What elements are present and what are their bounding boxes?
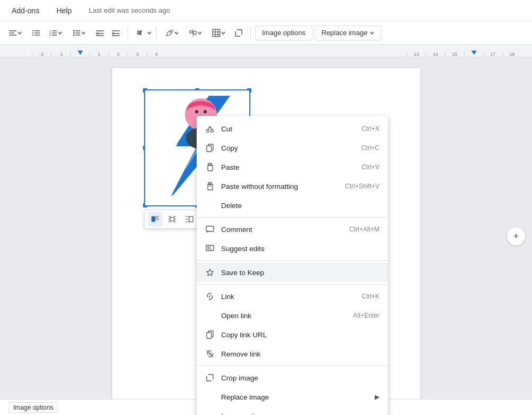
context-menu-delete[interactable]: Delete [197,196,388,215]
toolbar-group-indent [92,26,123,40]
menu-bar: Add-ons Help Last edit was seconds ago [0,0,532,21]
context-menu-replace-label: Replace image [221,393,368,401]
svg-rect-80 [207,333,212,338]
svg-point-64 [211,130,214,132]
copy-icon [205,143,215,153]
context-menu-paste-no-format-label: Paste without formatting [221,182,339,190]
svg-rect-48 [170,218,174,221]
numbered-list-button[interactable]: 1.2.3. [45,26,67,40]
context-menu-delete-label: Delete [221,202,379,210]
inline-align-left-button[interactable] [148,212,163,227]
toolbar-separator-2 [156,27,157,39]
context-menu-open-link-label: Open link [221,312,347,320]
svg-rect-55 [189,217,193,222]
context-menu-replace[interactable]: Replace image ▶ [197,387,388,406]
image-options-bottom-button[interactable]: Image options [9,402,58,413]
svg-point-42 [195,110,198,113]
align-obj-button[interactable] [184,26,207,40]
svg-rect-68 [207,146,212,152]
float-add-button[interactable]: + [506,227,526,246]
remove-link-icon [205,349,215,359]
last-edit-status: Last edit was seconds ago [86,5,173,15]
context-menu-separator-3 [197,284,388,285]
svg-point-15 [73,30,75,31]
context-menu-image-options[interactable]: Image options [197,406,388,415]
svg-rect-29 [190,31,192,33]
language-button[interactable]: अ [132,26,146,40]
keep-icon [205,268,215,277]
context-menu-copy-label: Copy [221,144,355,152]
context-menu-copy-shortcut: Ctrl+C [361,144,379,152]
align-button[interactable] [4,26,27,40]
svg-point-63 [207,130,209,132]
indent-more-button[interactable] [108,26,123,40]
image-options-toolbar-button[interactable]: Image options [255,26,313,40]
svg-rect-70 [208,163,212,165]
context-menu-paste-no-format[interactable]: Paste without formatting Ctrl+Shift+V [197,177,388,196]
context-menu-copy-link-label: Copy link URL [221,331,379,339]
menu-addons[interactable]: Add-ons [9,5,43,16]
toolbar-separator-1 [128,27,128,39]
context-menu-remove-link-label: Remove link [221,350,379,358]
toolbar-group-drawing [161,26,246,40]
menu-help[interactable]: Help [53,5,75,16]
crop-toolbar-button[interactable] [231,26,246,40]
svg-rect-44 [151,217,155,222]
context-menu-separator-2 [197,260,388,261]
context-menu-crop-label: Crop image [221,374,379,382]
context-menu-link[interactable]: Link Ctrl+K [197,287,388,306]
ruler: -2 -1 1 2 3 4 13 14 15 17 18 [0,45,532,57]
context-menu-cut-shortcut: Ctrl+X [361,125,379,132]
context-menu-open-link-shortcut: Alt+Enter [353,312,379,319]
inline-align-right-button[interactable] [182,212,197,227]
svg-rect-74 [206,226,214,231]
context-menu-comment-shortcut: Ctrl+Alt+M [349,226,379,233]
crop-icon [205,373,215,383]
indent-less-button[interactable] [92,26,107,40]
context-menu-save-keep[interactable]: Save to Keep [197,263,388,282]
context-menu-cut[interactable]: Cut Ctrl+X [197,119,388,138]
context-menu-link-shortcut: Ctrl+K [361,293,379,300]
svg-rect-7 [32,35,33,36]
toolbar-group-list: 1.2.3. [29,26,90,40]
inline-align-center-button[interactable] [165,212,180,227]
context-menu-copy-link[interactable]: Copy link URL [197,325,388,344]
context-menu-suggest-label: Suggest edits [221,245,379,253]
svg-text:3.: 3. [49,34,52,37]
link-icon [205,292,215,301]
table-button[interactable] [208,26,230,40]
context-menu-paste[interactable]: Paste Ctrl+V [197,157,388,177]
document-area: Cut Ctrl+X Copy Ctrl+C Paste Ctrl+V Past… [0,57,532,415]
svg-rect-30 [193,31,196,35]
replace-submenu-arrow: ▶ [375,393,379,401]
svg-point-17 [73,32,75,34]
drawing-button[interactable] [161,26,183,40]
context-menu-remove-link[interactable]: Remove link [197,344,388,363]
context-menu-suggest[interactable]: Suggest edits [197,239,388,258]
context-menu-image-options-label: Image options [221,412,379,416]
svg-rect-72 [208,182,212,185]
context-menu: Cut Ctrl+X Copy Ctrl+C Paste Ctrl+V Past… [197,116,388,415]
paste-icon [205,162,215,172]
toolbar-group-lang: अ [132,26,152,40]
svg-rect-3 [32,30,33,31]
svg-rect-31 [213,29,220,37]
list-button[interactable] [29,26,44,40]
bullet-list-button[interactable] [68,26,90,40]
replace-image-toolbar-button[interactable]: Replace image [315,26,382,40]
context-menu-crop[interactable]: Crop image [197,368,388,387]
cut-icon [205,124,215,134]
paste-no-format-icon [205,181,215,191]
context-menu-comment[interactable]: Comment Ctrl+Alt+M [197,220,388,239]
context-menu-comment-label: Comment [221,226,343,234]
svg-point-43 [204,110,207,113]
copy-link-icon [205,330,215,339]
context-menu-link-label: Link [221,293,355,301]
toolbar-group-align [4,26,27,40]
toolbar-separator-3 [250,27,251,39]
svg-point-27 [171,30,173,32]
context-menu-cut-label: Cut [221,125,355,133]
context-menu-open-link[interactable]: Open link Alt+Enter [197,306,388,325]
context-menu-copy[interactable]: Copy Ctrl+C [197,138,388,157]
context-menu-separator-4 [197,366,388,366]
